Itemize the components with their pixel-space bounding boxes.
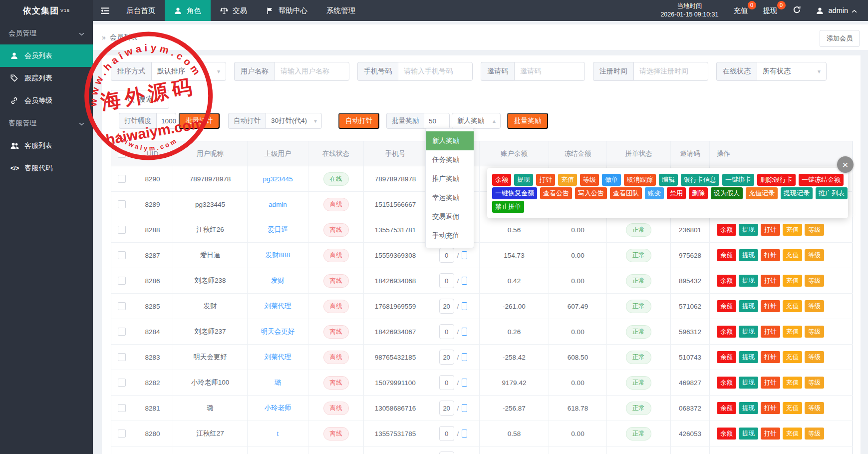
row-action-button[interactable]: 充值 xyxy=(783,428,802,440)
needle-plan-input[interactable]: 0 xyxy=(439,273,454,288)
batch-needle-button[interactable]: 批量打针 xyxy=(179,113,220,129)
needle-plan-target[interactable] xyxy=(462,430,467,438)
action-button[interactable]: 充值 xyxy=(558,174,577,186)
row-action-button[interactable]: 余额 xyxy=(717,377,736,389)
parent-user-link[interactable]: 爱日逼 xyxy=(268,225,288,234)
withdraw-notice[interactable]: 提现 0 xyxy=(763,6,778,15)
sidebar-collapse-icon[interactable] xyxy=(93,0,117,21)
parent-user-link[interactable]: 璐 xyxy=(275,378,282,387)
sidebar-item[interactable]: 客服列表 xyxy=(0,134,93,157)
row-action-button[interactable]: 提现 xyxy=(739,351,758,363)
row-checkbox[interactable] xyxy=(118,404,126,412)
row-action-button[interactable]: 余额 xyxy=(717,402,736,414)
action-button[interactable]: 编辑 xyxy=(659,174,678,186)
auto-needle-select[interactable]: 30打针(代4) ▼ xyxy=(266,113,322,129)
row-action-button[interactable]: 打针 xyxy=(761,402,780,414)
action-button[interactable]: 等级 xyxy=(580,174,599,186)
reward-type-select[interactable]: 新人奖励 ▲ xyxy=(452,113,501,129)
row-action-button[interactable]: 等级 xyxy=(805,300,824,312)
top-menu-item[interactable]: 系统管理 xyxy=(317,0,365,21)
filter-input[interactable]: 邀请码 xyxy=(514,62,585,81)
action-button[interactable]: 打针 xyxy=(536,174,555,186)
action-button[interactable]: 账变 xyxy=(645,187,664,199)
row-checkbox[interactable] xyxy=(118,175,126,183)
needle-plan-target[interactable] xyxy=(462,328,467,336)
row-action-button[interactable]: 充值 xyxy=(783,326,802,338)
action-button[interactable]: 删除 xyxy=(689,187,708,199)
row-action-button[interactable]: 余额 xyxy=(717,428,736,440)
needle-plan-input[interactable]: 0 xyxy=(439,426,454,441)
sidebar-item[interactable]: 客服管理 xyxy=(0,112,93,134)
action-button[interactable]: 一键绑卡 xyxy=(722,174,754,186)
row-action-button[interactable]: 充值 xyxy=(783,402,802,414)
needle-plan-target[interactable] xyxy=(462,379,467,387)
row-action-button[interactable]: 余额 xyxy=(717,351,736,363)
row-checkbox[interactable] xyxy=(118,328,126,336)
parent-user-link[interactable]: 明天会更好 xyxy=(261,327,295,336)
action-button[interactable]: 删除银行卡 xyxy=(757,174,796,186)
row-checkbox[interactable] xyxy=(118,353,126,361)
needle-plan-target[interactable] xyxy=(462,251,467,259)
action-button[interactable]: 禁用 xyxy=(667,187,686,199)
user-menu[interactable]: admin xyxy=(816,6,858,14)
action-button[interactable]: 银行卡信息 xyxy=(681,174,719,186)
row-action-button[interactable]: 充值 xyxy=(783,224,802,236)
row-action-button[interactable]: 等级 xyxy=(805,224,824,236)
filter-input[interactable]: 请输入用户名称 xyxy=(275,62,349,81)
row-action-button[interactable]: 打针 xyxy=(761,428,780,440)
row-action-button[interactable]: 提现 xyxy=(739,275,758,287)
row-action-button[interactable]: 打针 xyxy=(761,351,780,363)
row-action-button[interactable]: 余额 xyxy=(717,326,736,338)
needle-plan-target[interactable] xyxy=(462,277,467,285)
parent-user-link[interactable]: 发财 xyxy=(271,276,285,285)
needle-plan-target[interactable] xyxy=(462,302,467,310)
recharge-notice[interactable]: 充值 0 xyxy=(734,6,748,15)
needle-plan-target[interactable] xyxy=(462,353,467,361)
action-button[interactable]: 查看团队 xyxy=(610,187,642,199)
close-icon[interactable]: × xyxy=(837,156,854,173)
auto-needle-button[interactable]: 自动打针 xyxy=(338,113,379,129)
parent-user-link[interactable]: t xyxy=(277,430,279,438)
row-action-button[interactable]: 等级 xyxy=(805,377,824,389)
filter-input[interactable]: 默认排序 ▼ xyxy=(151,62,226,81)
reward-option[interactable]: 任务奖励 xyxy=(426,150,474,169)
reward-option[interactable]: 交易返佣 xyxy=(426,207,474,226)
row-action-button[interactable]: 提现 xyxy=(739,224,758,236)
sidebar-item[interactable]: 会员列表 xyxy=(0,44,93,67)
top-menu-item[interactable]: 帮助中心 xyxy=(257,0,317,21)
needle-plan-input[interactable]: 0 xyxy=(439,248,454,263)
row-action-button[interactable]: 提现 xyxy=(739,377,758,389)
needle-plan-input[interactable]: 20 xyxy=(439,401,454,416)
reward-option[interactable]: 幸运奖励 xyxy=(426,188,474,207)
row-action-button[interactable]: 等级 xyxy=(805,351,824,363)
reward-option[interactable]: 新人奖励 xyxy=(426,131,474,150)
action-button[interactable]: 禁止拼单 xyxy=(492,201,524,213)
batch-reward-button[interactable]: 批量奖励 xyxy=(507,113,548,129)
refresh-icon[interactable] xyxy=(793,5,801,15)
action-button[interactable]: 一键恢复金额 xyxy=(492,187,537,199)
row-action-button[interactable]: 等级 xyxy=(805,402,824,414)
row-action-button[interactable]: 余额 xyxy=(717,249,736,261)
row-action-button[interactable]: 等级 xyxy=(805,249,824,261)
parent-user-link[interactable]: 刘菊代理 xyxy=(265,302,291,311)
row-checkbox[interactable] xyxy=(118,251,126,259)
row-action-button[interactable]: 打针 xyxy=(761,249,780,261)
row-action-button[interactable]: 打针 xyxy=(761,224,780,236)
row-action-button[interactable]: 打针 xyxy=(761,300,780,312)
row-action-button[interactable]: 充值 xyxy=(783,275,802,287)
row-checkbox[interactable] xyxy=(118,302,126,310)
search-button[interactable]: 搜索 xyxy=(111,90,169,109)
row-checkbox[interactable] xyxy=(118,379,126,387)
filter-input[interactable]: 所有状态 ▼ xyxy=(757,62,827,81)
action-button[interactable]: 做单 xyxy=(602,174,621,186)
action-button[interactable]: 推广列表 xyxy=(816,187,848,199)
row-action-button[interactable]: 提现 xyxy=(739,249,758,261)
action-button[interactable]: 查看公告 xyxy=(540,187,572,199)
reward-option[interactable]: 手动充值 xyxy=(426,226,474,245)
top-menu-item[interactable]: 交易 xyxy=(211,0,257,21)
top-menu-item[interactable]: 后台首页 xyxy=(117,0,165,21)
row-action-button[interactable]: 余额 xyxy=(717,224,736,236)
row-action-button[interactable]: 提现 xyxy=(739,326,758,338)
row-action-button[interactable]: 充值 xyxy=(783,377,802,389)
row-action-button[interactable]: 余额 xyxy=(717,300,736,312)
